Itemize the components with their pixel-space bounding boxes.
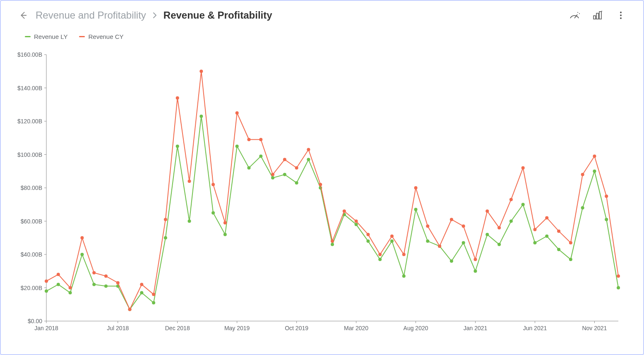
data-point[interactable] xyxy=(223,233,227,236)
explore-button[interactable] xyxy=(569,10,580,21)
data-point[interactable] xyxy=(569,241,572,245)
data-point[interactable] xyxy=(295,181,298,185)
chart-type-button[interactable] xyxy=(592,10,603,21)
data-point[interactable] xyxy=(259,138,262,141)
legend-item-ly[interactable]: Revenue LY xyxy=(25,33,67,40)
data-point[interactable] xyxy=(57,273,60,276)
data-point[interactable] xyxy=(188,180,191,183)
data-point[interactable] xyxy=(485,233,489,236)
data-point[interactable] xyxy=(92,271,96,274)
data-point[interactable] xyxy=(271,176,274,180)
legend-item-cy[interactable]: Revenue CY xyxy=(79,33,123,40)
data-point[interactable] xyxy=(283,158,286,161)
data-point[interactable] xyxy=(80,236,84,240)
data-point[interactable] xyxy=(247,166,250,170)
data-point[interactable] xyxy=(211,211,215,214)
breadcrumb-parent[interactable]: Revenue and Profitability xyxy=(36,10,146,21)
data-point[interactable] xyxy=(509,198,513,201)
data-point[interactable] xyxy=(307,158,310,161)
data-point[interactable] xyxy=(259,155,262,158)
data-point[interactable] xyxy=(319,183,322,186)
data-point[interactable] xyxy=(152,293,155,296)
data-point[interactable] xyxy=(295,166,298,170)
data-point[interactable] xyxy=(116,281,120,284)
data-point[interactable] xyxy=(617,286,620,290)
data-point[interactable] xyxy=(104,274,108,278)
data-point[interactable] xyxy=(617,274,620,278)
data-point[interactable] xyxy=(521,166,525,170)
data-point[interactable] xyxy=(414,186,418,189)
data-point[interactable] xyxy=(223,221,227,225)
data-point[interactable] xyxy=(283,173,286,176)
data-point[interactable] xyxy=(450,259,453,263)
more-menu-button[interactable] xyxy=(615,10,627,21)
data-point[interactable] xyxy=(80,253,84,256)
data-point[interactable] xyxy=(199,115,203,118)
data-point[interactable] xyxy=(390,235,394,238)
data-point[interactable] xyxy=(438,245,441,248)
data-point[interactable] xyxy=(390,240,394,243)
data-point[interactable] xyxy=(152,301,155,305)
data-point[interactable] xyxy=(164,236,167,240)
data-point[interactable] xyxy=(271,173,274,176)
data-point[interactable] xyxy=(581,173,584,176)
data-point[interactable] xyxy=(509,220,513,223)
data-point[interactable] xyxy=(426,240,429,243)
data-point[interactable] xyxy=(402,253,406,256)
data-point[interactable] xyxy=(366,240,370,243)
data-point[interactable] xyxy=(462,225,465,228)
data-point[interactable] xyxy=(545,235,548,238)
data-point[interactable] xyxy=(474,269,477,273)
data-point[interactable] xyxy=(426,225,429,228)
data-point[interactable] xyxy=(307,148,310,151)
data-point[interactable] xyxy=(557,248,560,251)
data-point[interactable] xyxy=(355,223,358,226)
back-button[interactable] xyxy=(17,10,29,21)
data-point[interactable] xyxy=(569,258,572,261)
data-point[interactable] xyxy=(545,216,548,219)
data-point[interactable] xyxy=(45,290,48,293)
data-point[interactable] xyxy=(557,230,560,233)
data-point[interactable] xyxy=(69,286,72,290)
data-point[interactable] xyxy=(247,138,250,141)
data-point[interactable] xyxy=(605,194,608,198)
data-point[interactable] xyxy=(164,218,167,221)
data-point[interactable] xyxy=(414,208,418,211)
data-point[interactable] xyxy=(331,243,334,246)
data-point[interactable] xyxy=(450,218,453,221)
data-point[interactable] xyxy=(378,253,382,256)
data-point[interactable] xyxy=(199,70,203,73)
data-point[interactable] xyxy=(176,144,179,148)
data-point[interactable] xyxy=(128,308,132,311)
data-point[interactable] xyxy=(462,241,465,245)
data-point[interactable] xyxy=(69,291,72,295)
data-point[interactable] xyxy=(92,283,96,286)
data-point[interactable] xyxy=(140,291,143,295)
data-point[interactable] xyxy=(474,258,477,261)
data-point[interactable] xyxy=(581,206,584,209)
data-point[interactable] xyxy=(378,258,382,261)
data-point[interactable] xyxy=(533,228,536,231)
data-point[interactable] xyxy=(211,183,215,186)
data-point[interactable] xyxy=(45,279,48,283)
data-point[interactable] xyxy=(366,233,370,236)
data-point[interactable] xyxy=(176,96,179,100)
data-point[interactable] xyxy=(235,111,239,115)
data-point[interactable] xyxy=(57,283,60,286)
data-point[interactable] xyxy=(140,283,143,286)
data-point[interactable] xyxy=(188,220,191,223)
data-point[interactable] xyxy=(355,220,358,223)
data-point[interactable] xyxy=(343,209,346,213)
data-point[interactable] xyxy=(331,240,334,243)
data-point[interactable] xyxy=(235,144,239,148)
data-point[interactable] xyxy=(605,218,608,221)
data-point[interactable] xyxy=(593,155,596,158)
data-point[interactable] xyxy=(497,243,501,246)
data-point[interactable] xyxy=(533,241,536,245)
data-point[interactable] xyxy=(485,209,489,213)
data-point[interactable] xyxy=(402,274,406,278)
data-point[interactable] xyxy=(104,284,108,288)
data-point[interactable] xyxy=(521,203,525,206)
data-point[interactable] xyxy=(593,170,596,173)
data-point[interactable] xyxy=(497,226,501,230)
